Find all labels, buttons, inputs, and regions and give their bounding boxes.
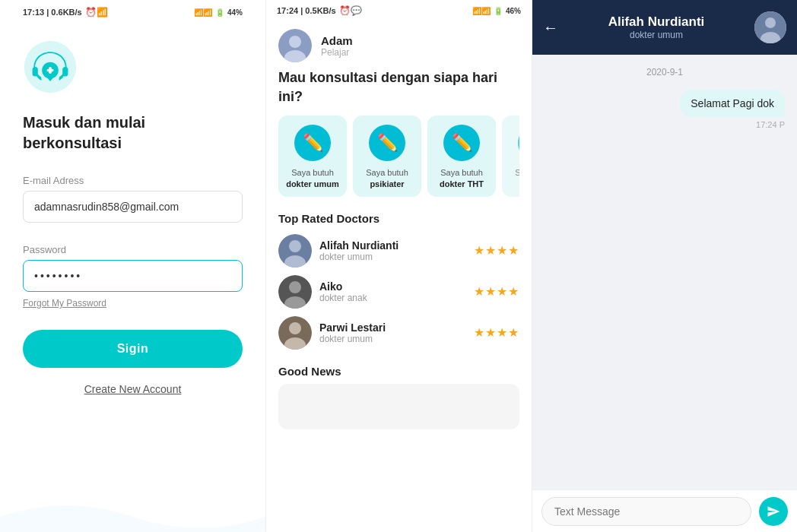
psikiater-label: Saya butuh psikiater [366, 167, 408, 189]
login-status-bar: 17:13 | 0.6KB/s ⏰ 📶 📶📶 🔋 44% [23, 0, 243, 21]
password-input[interactable] [23, 260, 243, 292]
top-rated-title: Top Rated Doctors [278, 212, 519, 225]
doctor-item-parwi[interactable]: Parwi Lestari dokter umum ★★★★ [278, 316, 519, 350]
email-input[interactable] [23, 191, 243, 223]
chat-body: 2020-9-1 Selamat Pagi dok 17:24 P [532, 55, 797, 489]
password-label: Password [23, 244, 243, 255]
parwi-specialty: dokter umum [319, 334, 386, 344]
whatsapp-icon: 💬 [351, 5, 362, 16]
doctor-list: Alifah Nurdianti dokter umum ★★★★ Aiko d… [278, 234, 519, 350]
email-form-group: E-mail Adress [23, 175, 243, 223]
home-status-bar: 17:24 | 0.5KB/s ⏰ 💬 📶📶 🔋 46% [266, 0, 532, 21]
good-news-card [278, 384, 519, 429]
user-role: Pelajar [321, 47, 353, 58]
home-status-time: 17:24 [277, 6, 298, 15]
login-status-time: 17:13 [23, 8, 44, 17]
wifi-icon: 📶 [97, 7, 108, 17]
chat-header: ← Alifah Nurdianti dokter umum [532, 0, 797, 55]
svg-point-19 [765, 17, 776, 28]
user-name: Adam [321, 34, 353, 47]
parwi-name: Parwi Lestari [319, 321, 386, 334]
user-info: Adam Pelajar [321, 34, 353, 58]
forgot-password-link[interactable]: Forgot My Password [23, 298, 106, 309]
password-form-group: Password [23, 244, 243, 292]
chat-header-info: Alifah Nurdianti dokter umum [566, 14, 747, 40]
signin-button[interactable]: Sigin [23, 330, 243, 368]
parwi-avatar [278, 316, 312, 350]
alarm-icon: ⏰ [85, 7, 97, 17]
alifah-specialty: dokter umum [319, 252, 398, 262]
signal-icon-home: 📶📶 [472, 7, 491, 15]
svg-point-16 [289, 322, 301, 334]
aiko-info: Aiko dokter anak [319, 280, 367, 303]
back-button[interactable]: ← [543, 19, 558, 36]
psikiater-icon: ✏️ [369, 125, 405, 161]
svg-point-10 [289, 240, 301, 252]
battery-icon: 🔋 [215, 8, 224, 17]
dokter-tht-label: Saya butuh dokter THT [440, 167, 484, 189]
user-avatar [278, 29, 312, 62]
other-doctor-icon: ✏️ [518, 125, 519, 161]
chat-date: 2020-9-1 [545, 67, 785, 78]
chat-doctor-name: Alifah Nurdianti [566, 14, 747, 30]
home-user-header: Adam Pelajar [266, 21, 532, 68]
svg-rect-1 [33, 67, 38, 77]
login-panel: 17:13 | 0.6KB/s ⏰ 📶 📶📶 🔋 44% Masuk dan m… [0, 0, 266, 532]
other-label: Saya butuh dok... [515, 167, 519, 189]
alifah-stars: ★★★★ [474, 243, 519, 258]
chat-panel: ← Alifah Nurdianti dokter umum 2020-9-1 … [532, 0, 797, 532]
login-data-speed: 0.6KB/s [51, 8, 81, 17]
signal-icon: 📶📶 [194, 8, 212, 17]
svg-rect-5 [47, 69, 54, 72]
home-panel: 17:24 | 0.5KB/s ⏰ 💬 📶📶 🔋 46% Adam Pelaja… [266, 0, 532, 532]
alarm-icon-home: ⏰ [339, 5, 351, 16]
send-button[interactable] [759, 497, 788, 526]
battery-level: 44% [227, 8, 243, 17]
consult-card-dokter-umum[interactable]: ✏️ Saya butuh dokter umum [278, 116, 347, 197]
consult-cards-row: ✏️ Saya butuh dokter umum ✏️ Saya butuh … [278, 116, 519, 197]
battery-icon-home: 🔋 [494, 7, 503, 15]
parwi-info: Parwi Lestari dokter umum [319, 321, 386, 344]
chat-text-input[interactable] [541, 497, 751, 526]
bottom-decoration [0, 486, 265, 532]
app-logo-icon [23, 40, 78, 94]
svg-point-13 [289, 281, 301, 293]
doctor-item-alifah[interactable]: Alifah Nurdianti dokter umum ★★★★ [278, 234, 519, 268]
create-account-link[interactable]: Create New Account [23, 383, 243, 395]
consult-card-other[interactable]: ✏️ Saya butuh dok... [502, 116, 519, 197]
dokter-umum-icon: ✏️ [294, 125, 331, 161]
svg-rect-2 [62, 67, 68, 77]
consult-card-psikiater[interactable]: ✏️ Saya butuh psikiater [353, 116, 421, 197]
chat-message-1-time: 17:24 P [756, 120, 785, 129]
email-label: E-mail Adress [23, 175, 243, 186]
alifah-avatar [278, 234, 312, 268]
home-battery-level: 46% [506, 7, 521, 15]
login-tagline: Masuk dan mulai berkonsultasi [23, 112, 243, 154]
logo-area [23, 40, 243, 94]
parwi-stars: ★★★★ [474, 325, 519, 340]
chat-footer [532, 489, 797, 532]
chat-message-1: Selamat Pagi dok [680, 90, 785, 117]
dokter-umum-label: Saya butuh dokter umum [286, 167, 339, 189]
aiko-name: Aiko [319, 280, 367, 293]
alifah-info: Alifah Nurdianti dokter umum [319, 239, 398, 262]
dokter-tht-icon: ✏️ [443, 125, 480, 161]
home-data-speed: 0.5KB/s [305, 6, 335, 15]
alifah-name: Alifah Nurdianti [319, 239, 398, 252]
chat-doctor-specialty: dokter umum [566, 30, 747, 40]
aiko-avatar [278, 275, 312, 309]
aiko-stars: ★★★★ [474, 284, 519, 299]
doctor-item-aiko[interactable]: Aiko dokter anak ★★★★ [278, 275, 519, 309]
chat-doctor-avatar [754, 11, 786, 43]
consult-question: Mau konsultasi dengan siapa hari ini? [278, 68, 519, 106]
home-content: Mau konsultasi dengan siapa hari ini? ✏️… [266, 68, 532, 532]
good-news-title: Good News [278, 365, 519, 378]
svg-point-7 [289, 36, 301, 48]
send-icon [767, 505, 780, 518]
consult-card-dokter-tht[interactable]: ✏️ Saya butuh dokter THT [427, 116, 496, 197]
aiko-specialty: dokter anak [319, 293, 367, 303]
